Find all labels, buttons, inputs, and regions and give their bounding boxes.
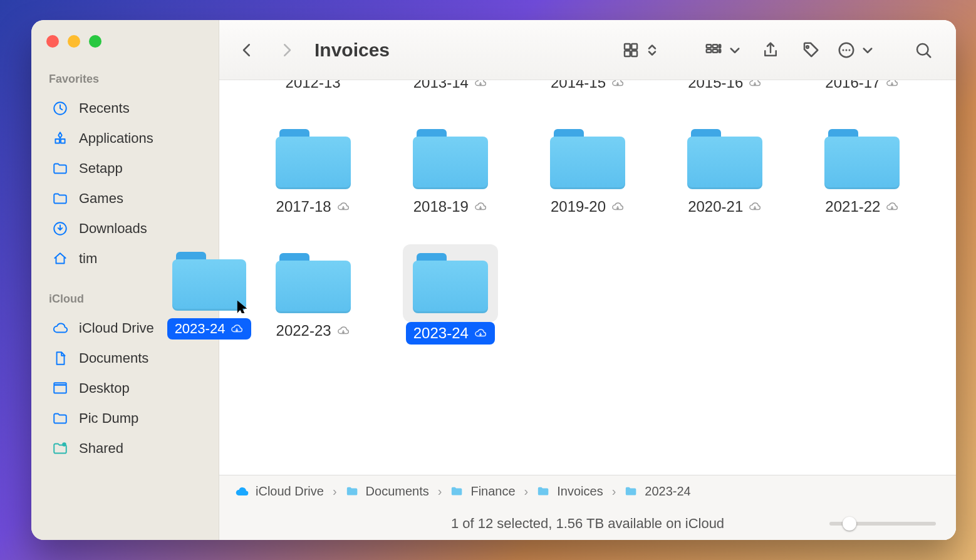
share-button[interactable] <box>753 33 788 68</box>
folder-label: 2023-24 <box>406 322 495 345</box>
folder-label: 2014-15 <box>551 80 625 91</box>
icon-size-slider[interactable] <box>829 522 936 526</box>
zoom-window-button[interactable] <box>89 35 101 48</box>
folder-item[interactable]: 2020-21 <box>657 129 794 215</box>
folder-label: 2013-14 <box>413 80 487 91</box>
sidebar-item-setapp[interactable]: Setapp <box>46 153 209 184</box>
path-segment[interactable]: Documents <box>366 484 429 499</box>
sidebar-item-recents[interactable]: Recents <box>46 93 209 123</box>
folder-icon <box>413 253 488 313</box>
folder-item[interactable]: 2023-24 <box>382 253 519 345</box>
folder-icon <box>276 253 351 313</box>
sidebar: Favorites Recents Applications Setapp Ga… <box>31 20 219 540</box>
finder-window: Favorites Recents Applications Setapp Ga… <box>31 20 956 540</box>
cloud-download-icon <box>611 200 625 214</box>
sidebar-item-label: Downloads <box>79 220 147 237</box>
file-grid[interactable]: 2012-132013-142014-152015-162016-172017-… <box>219 80 956 475</box>
forward-button[interactable] <box>269 33 304 68</box>
sidebar-item-shared[interactable]: Shared <box>46 433 209 464</box>
folder-item[interactable]: 2019-20 <box>519 129 656 215</box>
path-segment[interactable]: Finance <box>470 484 515 499</box>
folder-icon <box>51 410 69 427</box>
folder-icon <box>346 485 360 499</box>
sidebar-item-tim[interactable]: tim <box>46 244 209 274</box>
folder-icon <box>51 160 69 177</box>
path-segment[interactable]: 2023-24 <box>645 484 690 499</box>
folder-item[interactable]: 2016-17 <box>794 80 931 91</box>
window-title: Invoices <box>314 39 390 61</box>
tags-button[interactable] <box>793 33 828 68</box>
folder-icon <box>413 129 488 189</box>
sidebar-item-icloud-drive[interactable]: iCloud Drive <box>46 313 209 343</box>
cloud-download-icon <box>885 80 899 90</box>
folder-label: 2021-22 <box>825 198 899 215</box>
sidebar-item-label: Desktop <box>79 380 130 397</box>
folder-item[interactable]: 2014-15 <box>519 80 656 91</box>
status-bar: 1 of 12 selected, 1.56 TB available on i… <box>219 507 956 540</box>
folder-icon <box>276 129 351 189</box>
folder-item[interactable]: 2017-18 <box>244 129 382 215</box>
folder-label: 2020-21 <box>688 198 762 215</box>
sidebar-item-label: iCloud Drive <box>79 320 154 336</box>
sidebar-item-label: Games <box>79 190 123 207</box>
sidebar-section-label: Favorites <box>49 73 209 86</box>
cloud-download-icon <box>611 80 625 90</box>
folder-icon <box>824 129 900 189</box>
toolbar: Invoices <box>219 20 956 80</box>
cloud-download-icon <box>885 200 899 214</box>
folder-label: 2018-19 <box>413 198 487 215</box>
cloud-download-icon <box>336 324 350 338</box>
view-mode-button[interactable] <box>618 33 665 68</box>
minimize-window-button[interactable] <box>68 35 80 48</box>
folder-icon <box>550 129 625 189</box>
cloud-icon <box>234 484 249 499</box>
back-button[interactable] <box>229 33 264 68</box>
shared-folder-icon <box>51 440 69 457</box>
folder-item[interactable]: 2015-16 <box>657 80 794 91</box>
cloud-download-icon <box>474 326 487 340</box>
path-segment[interactable]: iCloud Drive <box>256 484 324 499</box>
chevron-right-icon: › <box>438 484 442 499</box>
clock-icon <box>51 100 69 117</box>
path-segment[interactable]: Invoices <box>557 484 603 499</box>
main-pane: Invoices 2012-132013-142014-152015-16201… <box>219 20 956 540</box>
cloud-download-icon <box>336 200 350 214</box>
sidebar-item-label: tim <box>79 251 97 267</box>
folder-item[interactable]: 2018-19 <box>382 129 519 215</box>
folder-icon <box>537 485 551 499</box>
folder-item[interactable]: 2022-23 <box>244 253 382 345</box>
sidebar-item-label: Documents <box>79 350 148 366</box>
folder-item[interactable]: 2021-22 <box>794 129 931 215</box>
chevron-right-icon: › <box>333 484 337 499</box>
cloud-download-icon <box>748 80 762 90</box>
sidebar-item-desktop[interactable]: Desktop <box>46 373 209 403</box>
sidebar-section-label: iCloud <box>49 293 209 306</box>
folder-item[interactable]: 2012-13 <box>244 80 382 91</box>
apps-icon <box>51 130 69 147</box>
chevron-right-icon: › <box>612 484 616 499</box>
folder-label: 2019-20 <box>551 198 625 215</box>
sidebar-item-picdump[interactable]: Pic Dump <box>46 403 209 433</box>
sidebar-item-downloads[interactable]: Downloads <box>46 214 209 244</box>
group-by-button[interactable] <box>700 33 748 68</box>
folder-icon <box>51 190 69 207</box>
slider-knob[interactable] <box>843 517 856 531</box>
cloud-download-icon <box>474 200 487 214</box>
cloud-download-icon <box>748 200 762 214</box>
sidebar-item-games[interactable]: Games <box>46 184 209 214</box>
window-controls <box>46 35 209 48</box>
chevron-right-icon: › <box>524 484 529 499</box>
more-actions-button[interactable] <box>833 33 881 68</box>
document-icon <box>51 350 69 367</box>
close-window-button[interactable] <box>46 35 59 48</box>
sidebar-item-applications[interactable]: Applications <box>46 123 209 153</box>
cloud-icon <box>51 319 69 337</box>
sidebar-item-label: Shared <box>79 440 123 457</box>
desktop-icon <box>51 380 69 397</box>
folder-item[interactable]: 2013-14 <box>382 80 519 91</box>
search-button[interactable] <box>906 33 941 68</box>
download-icon <box>51 220 69 237</box>
sidebar-item-label: Applications <box>79 130 153 147</box>
sidebar-item-documents[interactable]: Documents <box>46 343 209 373</box>
sidebar-item-label: Recents <box>79 100 130 117</box>
